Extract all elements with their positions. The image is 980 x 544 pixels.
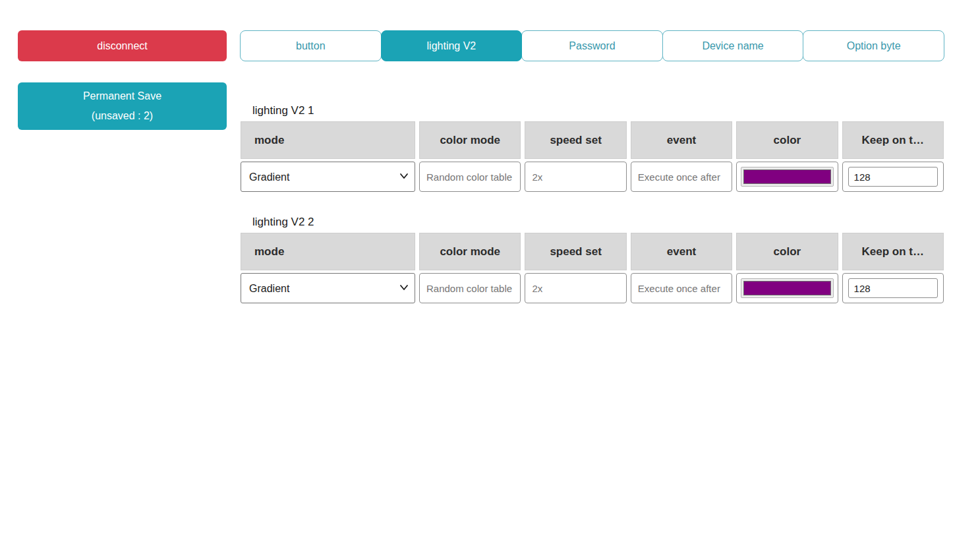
tab-device-name-label: Device name — [702, 40, 763, 52]
keep-on-cell — [842, 162, 944, 192]
color-cell — [736, 273, 838, 303]
column-header-event: event — [631, 233, 732, 270]
speed-set-input[interactable] — [525, 273, 626, 303]
table-header-row: mode color mode speed set event color Ke… — [241, 121, 944, 159]
tab-password-label: Password — [569, 40, 615, 52]
column-header-color-mode: color mode — [419, 121, 521, 159]
tab-lighting-v2-label: lighting V2 — [427, 40, 476, 52]
disconnect-button[interactable]: disconnect — [18, 30, 227, 61]
color-picker[interactable] — [741, 278, 833, 298]
event-input[interactable] — [631, 162, 732, 192]
column-header-color: color — [736, 121, 838, 159]
column-header-keep-on: Keep on t… — [842, 233, 944, 270]
lighting-v2-2-section: lighting V2 2 mode color mode speed set … — [241, 214, 944, 303]
tab-button-label: button — [296, 40, 325, 52]
tab-device-name[interactable]: Device name — [662, 30, 804, 61]
disconnect-button-label: disconnect — [97, 40, 148, 52]
color-cell — [736, 162, 838, 192]
permanent-save-button[interactable]: Permanent Save (unsaved : 2) — [18, 82, 227, 130]
color-swatch — [743, 281, 830, 295]
mode-select[interactable]: Gradient — [241, 162, 415, 192]
tab-password[interactable]: Password — [521, 30, 663, 61]
color-mode-input[interactable] — [419, 162, 521, 192]
color-picker[interactable] — [741, 167, 833, 187]
column-header-event: event — [631, 121, 732, 159]
column-header-mode: mode — [241, 233, 415, 270]
tab-lighting-v2[interactable]: lighting V2 — [381, 30, 523, 61]
permanent-save-label-line2: (unsaved : 2) — [92, 106, 153, 126]
tab-bar: button lighting V2 Password Device name … — [240, 30, 944, 61]
column-header-color-mode: color mode — [419, 233, 521, 270]
keep-on-cell — [842, 273, 944, 303]
table-row: Gradient — [241, 162, 944, 192]
section-title: lighting V2 1 — [252, 103, 944, 119]
color-swatch — [743, 169, 830, 184]
table-row: Gradient — [241, 273, 944, 303]
speed-set-input[interactable] — [525, 162, 626, 192]
color-mode-input[interactable] — [419, 273, 521, 303]
column-header-speed-set: speed set — [525, 233, 626, 270]
mode-select[interactable]: Gradient — [241, 273, 415, 303]
column-header-keep-on: Keep on t… — [842, 121, 944, 159]
table-header-row: mode color mode speed set event color Ke… — [241, 233, 944, 270]
keep-on-time-input[interactable] — [848, 167, 938, 187]
lighting-v2-1-section: lighting V2 1 mode color mode speed set … — [241, 103, 944, 192]
tab-button[interactable]: button — [240, 30, 382, 61]
mode-select-wrap: Gradient — [241, 273, 415, 303]
column-header-color: color — [736, 233, 838, 270]
keep-on-time-input[interactable] — [848, 278, 938, 298]
mode-select-wrap: Gradient — [241, 162, 415, 192]
section-title: lighting V2 2 — [252, 214, 944, 230]
column-header-speed-set: speed set — [525, 121, 626, 159]
event-input[interactable] — [631, 273, 732, 303]
tab-option-byte[interactable]: Option byte — [803, 30, 944, 61]
tab-option-byte-label: Option byte — [847, 40, 901, 52]
permanent-save-label-line1: Permanent Save — [83, 86, 161, 106]
column-header-mode: mode — [241, 121, 415, 159]
